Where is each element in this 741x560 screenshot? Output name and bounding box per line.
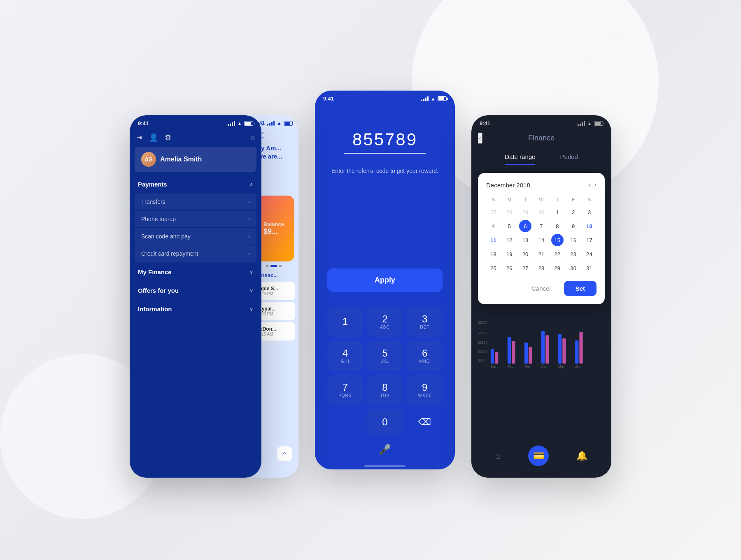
cal-day-26[interactable]: 26 (503, 262, 515, 274)
wifi-icon-right: ▲ (277, 120, 282, 126)
cal-day-10[interactable]: 10 (583, 220, 596, 232)
svg-rect-14 (562, 338, 566, 364)
cal-day-13[interactable]: 13 (519, 234, 531, 246)
cal-day-17[interactable]: 17 (583, 234, 596, 246)
key-2[interactable]: 2 ABC (367, 307, 403, 337)
status-bar-3: 9:41 ▲ (471, 115, 611, 130)
key-9[interactable]: 9 WXYZ (407, 375, 443, 405)
key-3[interactable]: 3 DEF (407, 307, 443, 337)
apply-button[interactable]: Apply (327, 268, 443, 292)
cal-header-s2: S (582, 195, 597, 204)
phone-2: 9:41 ▲ 855789 Enter the referral code to… (315, 91, 455, 469)
cal-day-12[interactable]: 12 (503, 234, 515, 246)
svg-text:$1500: $1500 (478, 341, 487, 345)
key-6[interactable]: 6 MNO (407, 341, 443, 371)
backspace-key[interactable]: ⌫ (407, 409, 443, 435)
cal-day-23[interactable]: 23 (567, 248, 580, 260)
left-header-icons: ⇥ 👤 ⚙ (136, 133, 171, 142)
cal-day-7[interactable]: 7 (535, 220, 548, 232)
person-icon[interactable]: 👤 (149, 133, 158, 142)
svg-text:Apr: Apr (541, 365, 547, 369)
key-8[interactable]: 8 TUV (367, 375, 403, 405)
cal-header-w: W (534, 195, 549, 204)
bell-nav-btn[interactable]: 🔔 (573, 447, 591, 464)
cal-day-3[interactable]: 3 (583, 206, 596, 218)
cal-day-6[interactable]: 6 (519, 220, 531, 232)
cal-day-14[interactable]: 14 (535, 234, 548, 246)
nav-transfers[interactable]: Transfers › (135, 194, 256, 210)
key-5[interactable]: 5 JKL (367, 341, 403, 371)
status-icons-right: ▲ (267, 120, 293, 126)
home-indicator-2 (364, 465, 405, 467)
cal-day-5[interactable]: 5 (503, 220, 515, 232)
wifi-icon-3: ▲ (587, 121, 592, 126)
calendar-cancel-button[interactable]: Cancel (523, 281, 559, 296)
cal-day-8[interactable]: 8 (551, 220, 564, 232)
nav-offers[interactable]: Offers for you ∨ (135, 281, 256, 300)
nav-information[interactable]: Information ∨ (135, 300, 256, 318)
cal-day-21[interactable]: 21 (535, 248, 548, 260)
key-0[interactable]: 0 (367, 409, 403, 435)
cal-day-16[interactable]: 16 (567, 234, 580, 246)
nav-credit-card[interactable]: Credit card repayment › (135, 245, 256, 262)
cal-day-28-nov[interactable]: 28 (503, 206, 515, 218)
chevron-down-icon-info: ∨ (249, 306, 253, 312)
logout-icon[interactable]: ⇥ (136, 133, 142, 142)
cal-day-28[interactable]: 28 (535, 262, 548, 274)
cal-day-29[interactable]: 29 (551, 262, 564, 274)
status-bar-2: 9:41 ▲ (315, 91, 455, 105)
apply-section: Apply (315, 268, 455, 307)
cal-day-20[interactable]: 20 (519, 248, 531, 260)
nav-scan-code[interactable]: Scan code and pay › (135, 228, 256, 245)
code-display: 855789 (344, 130, 426, 154)
cal-day-29-nov[interactable]: 29 (519, 206, 531, 218)
key-7[interactable]: 7 PQRS (327, 375, 363, 405)
svg-text:$1000: $1000 (478, 350, 487, 354)
cal-header-t1: T (518, 195, 533, 204)
phone-1-group: 9:41 ▲ ⇥ 👤 ⚙ (130, 82, 298, 478)
svg-rect-9 (524, 343, 528, 364)
cal-day-31[interactable]: 31 (583, 262, 596, 274)
cal-day-4[interactable]: 4 (487, 220, 499, 232)
cal-next-button[interactable]: › (594, 181, 597, 189)
svg-text:$2500: $2500 (478, 321, 487, 324)
user-row[interactable]: AS Amelia Smith (135, 147, 256, 172)
cal-prev-button[interactable]: ‹ (589, 181, 591, 189)
cal-day-15[interactable]: 15 (551, 234, 564, 246)
finance-title-bar: ‹ Finance (471, 130, 611, 149)
key-4[interactable]: 4 GHI (327, 341, 363, 371)
signal-icon-2 (421, 96, 429, 101)
tab-period[interactable]: Period (560, 153, 578, 164)
code-hint: Enter the referral code to get your rewa… (331, 167, 438, 175)
cal-day-27[interactable]: 27 (519, 262, 531, 274)
cal-day-9[interactable]: 9 (567, 220, 580, 232)
home-nav-btn[interactable]: ⌂ (492, 447, 504, 464)
cal-day-18[interactable]: 18 (487, 248, 499, 260)
key-1[interactable]: 1 (327, 307, 363, 337)
cal-day-19[interactable]: 19 (503, 248, 515, 260)
home-btn-right[interactable]: ⌂ (277, 446, 292, 461)
settings-icon[interactable]: ⚙ (165, 133, 171, 142)
home-icon[interactable]: ⌂ (250, 133, 255, 142)
cal-day-2[interactable]: 2 (567, 206, 580, 218)
tab-date-range[interactable]: Date range (505, 153, 535, 164)
cal-day-1[interactable]: 1 (551, 206, 564, 218)
finance-nav-btn[interactable]: 💳 (528, 446, 549, 466)
cal-day-24[interactable]: 24 (583, 248, 596, 260)
cal-day-30-nov[interactable]: 30 (535, 206, 548, 218)
nav-phone-topup[interactable]: Phone top-up › (135, 211, 256, 227)
svg-text:$2000: $2000 (478, 331, 487, 335)
cal-day-11[interactable]: 11 (487, 234, 499, 246)
battery-icon-right (284, 121, 293, 126)
calendar-set-button[interactable]: Set (564, 281, 597, 296)
nav-payments[interactable]: Payments ∧ (135, 175, 256, 194)
mic-icon[interactable]: 🎤 (379, 444, 391, 455)
back-button[interactable]: ‹ (478, 133, 482, 144)
status-icons-3: ▲ (578, 121, 603, 126)
nav-my-finance[interactable]: My Finance ∨ (135, 263, 256, 281)
svg-text:Mar: Mar (524, 365, 530, 369)
cal-day-30[interactable]: 30 (567, 262, 580, 274)
cal-day-27-nov[interactable]: 27 (487, 206, 499, 218)
cal-day-22[interactable]: 22 (551, 248, 564, 260)
cal-day-25[interactable]: 25 (487, 262, 499, 274)
